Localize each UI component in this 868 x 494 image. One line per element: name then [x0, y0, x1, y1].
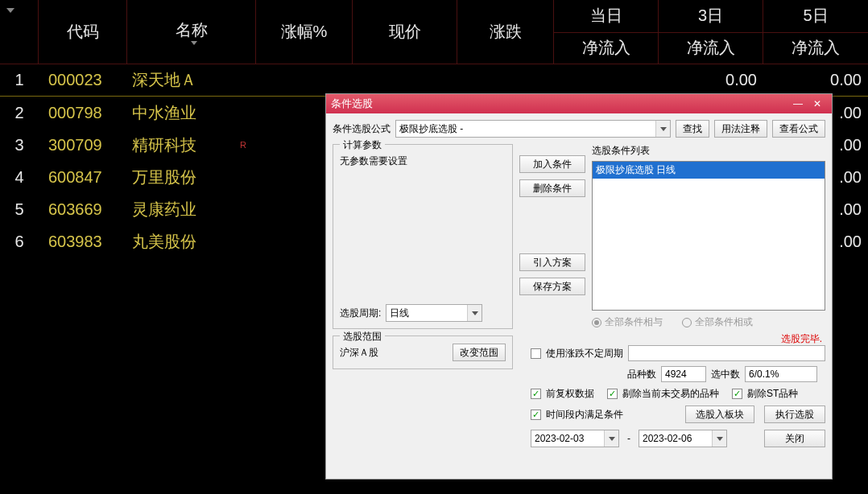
close-icon[interactable]: ✕: [808, 97, 827, 111]
count-value[interactable]: [661, 366, 706, 382]
period-label: 选股周期:: [340, 307, 381, 320]
change-range-button[interactable]: 改变范围: [453, 344, 506, 361]
cell-idx: 5: [0, 193, 39, 225]
cell-price: [353, 64, 457, 96]
delete-condition-button[interactable]: 删除条件: [519, 179, 585, 197]
th-d3[interactable]: 3日 净流入: [659, 0, 763, 64]
condition-stock-dialog: 条件选股 — ✕ 条件选股公式 极限抄底选股 - 查找 用法注释 查看公式 计算…: [325, 93, 833, 480]
th-index[interactable]: [0, 0, 39, 64]
cell-code: 000023: [39, 64, 127, 96]
checkbox-exclude-notrade[interactable]: [607, 389, 618, 399]
cell-name: 精研科技R: [127, 129, 256, 161]
date-from-combo[interactable]: 2023-02-03: [531, 430, 619, 447]
chevron-down-icon[interactable]: [655, 121, 670, 137]
cell-idx: 6: [0, 225, 39, 257]
cell-idx: 4: [0, 161, 39, 193]
forward-adj-label: 前复权数据: [546, 387, 594, 401]
chevron-down-icon[interactable]: [712, 430, 726, 447]
selected-label: 选中数: [711, 368, 740, 381]
checkbox-forward-adj[interactable]: [531, 389, 541, 399]
date-to-combo[interactable]: 2023-02-06: [639, 430, 727, 447]
formula-value: 极限抄底选股 -: [399, 122, 463, 136]
selected-value[interactable]: [745, 366, 817, 382]
cell-code: 000798: [39, 97, 127, 129]
cell-chg: [457, 64, 554, 96]
cell-idx: 3: [0, 129, 39, 161]
close-button[interactable]: 关闭: [764, 430, 825, 447]
dialog-title: 条件选股: [331, 97, 788, 111]
dropdown-icon[interactable]: [6, 8, 14, 13]
cell-code: 603983: [39, 225, 127, 257]
var-period-input[interactable]: [628, 345, 825, 361]
cell-pct: [256, 64, 353, 96]
radio-or[interactable]: 全部条件相或: [682, 315, 753, 329]
r-marker: R: [240, 140, 246, 150]
cell-d1: [554, 64, 659, 96]
count-label: 品种数: [627, 368, 656, 381]
condition-list-label: 选股条件列表: [592, 144, 825, 158]
th-name[interactable]: 名称: [127, 0, 256, 64]
cell-idx: 2: [0, 97, 39, 129]
formula-combo[interactable]: 极限抄底选股 -: [395, 120, 671, 138]
range-text: 沪深Ａ股: [340, 346, 378, 360]
exclude-st-label: 剔除ST品种: [747, 387, 798, 401]
date-to-value: 2023-02-06: [643, 433, 692, 444]
chevron-down-icon[interactable]: [604, 430, 618, 447]
formula-label: 条件选股公式: [333, 122, 391, 136]
date-from-value: 2023-02-03: [535, 433, 584, 444]
cell-name: 万里股份: [127, 161, 256, 193]
th-d1[interactable]: 当日 净流入: [554, 0, 659, 64]
table-header: 代码 名称 涨幅% 现价 涨跌 当日 净流入 3日 净流入 5日 净流入: [0, 0, 868, 64]
cell-code: 300709: [39, 129, 127, 161]
checkbox-var-period[interactable]: [531, 348, 541, 359]
timerange-label: 时间段内满足条件: [546, 408, 623, 422]
chevron-down-icon[interactable]: [467, 305, 482, 321]
find-button[interactable]: 查找: [676, 120, 709, 138]
add-condition-button[interactable]: 加入条件: [519, 155, 585, 173]
radio-and[interactable]: 全部条件相与: [592, 315, 663, 329]
execute-button[interactable]: 执行选股: [764, 405, 825, 423]
th-code[interactable]: 代码: [39, 0, 127, 64]
period-combo[interactable]: 日线: [386, 304, 482, 322]
calc-legend: 计算参数: [340, 138, 385, 152]
condition-listbox[interactable]: 极限抄底选股 日线: [592, 161, 825, 311]
list-item[interactable]: 极限抄底选股 日线: [593, 162, 825, 179]
table-row[interactable]: 1 000023 深天地Ａ 0.00 0.00: [0, 64, 868, 97]
date-dash: -: [627, 433, 630, 444]
cell-d5: 0.00: [763, 64, 868, 96]
th-price[interactable]: 现价: [353, 0, 457, 64]
dialog-titlebar[interactable]: 条件选股 — ✕: [326, 94, 832, 113]
import-scheme-button[interactable]: 引入方案: [519, 253, 585, 271]
cell-name: 中水渔业: [127, 97, 256, 129]
view-formula-button[interactable]: 查看公式: [772, 120, 825, 138]
chevron-down-icon: [191, 41, 197, 45]
cell-d3: 0.00: [659, 64, 763, 96]
usage-button[interactable]: 用法注释: [714, 120, 767, 138]
th-pct[interactable]: 涨幅%: [256, 0, 353, 64]
range-fieldset: 选股范围 沪深Ａ股 改变范围: [333, 336, 513, 369]
exclude-notrade-label: 剔除当前未交易的品种: [622, 387, 719, 401]
checkbox-timerange[interactable]: [531, 410, 541, 420]
cell-name: 灵康药业: [127, 193, 256, 225]
th-d5[interactable]: 5日 净流入: [763, 0, 868, 64]
save-scheme-button[interactable]: 保存方案: [519, 278, 585, 295]
calc-text: 无参数需要设置: [340, 154, 506, 304]
radio-icon: [682, 318, 692, 327]
radio-icon: [592, 318, 601, 327]
cell-code: 600847: [39, 161, 127, 193]
checkbox-exclude-st[interactable]: [732, 389, 742, 399]
cell-name: 深天地Ａ: [127, 64, 256, 96]
range-legend: 选股范围: [340, 330, 385, 344]
cell-code: 603669: [39, 193, 127, 225]
calc-params-fieldset: 计算参数 无参数需要设置 选股周期: 日线: [333, 144, 513, 329]
cell-name: 丸美股份: [127, 225, 256, 257]
th-chg[interactable]: 涨跌: [457, 0, 554, 64]
to-block-button[interactable]: 选股入板块: [685, 405, 754, 423]
minimize-icon[interactable]: —: [788, 97, 808, 111]
status-text: 选股完毕.: [519, 332, 825, 346]
period-value: 日线: [390, 307, 409, 320]
var-period-label: 使用涨跌不定周期: [546, 347, 623, 360]
cell-idx: 1: [0, 64, 39, 96]
